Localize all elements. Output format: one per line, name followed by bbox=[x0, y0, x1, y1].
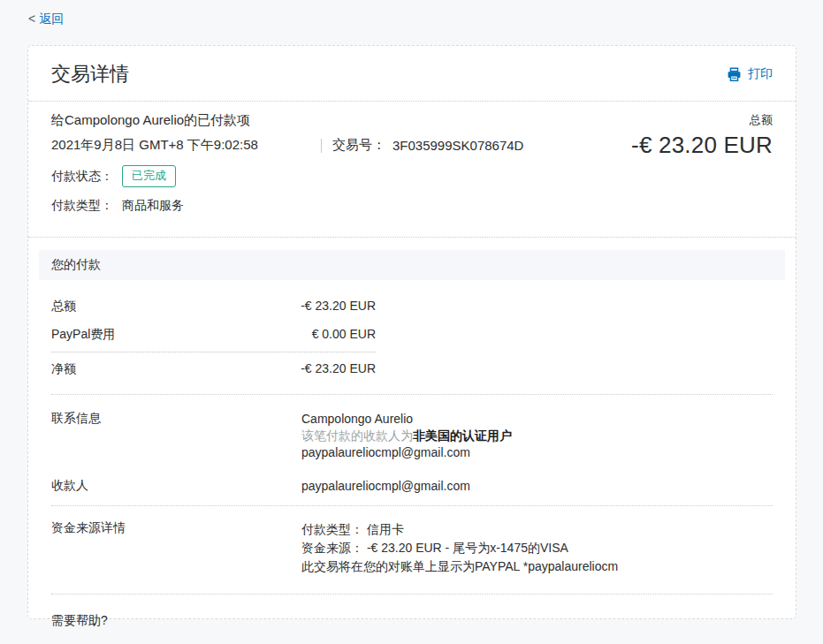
payment-status-label: 付款状态： bbox=[51, 169, 113, 185]
amount-value: -€ 23.20 EUR bbox=[301, 361, 376, 377]
amount-label: PayPal费用 bbox=[51, 327, 115, 343]
amount-row-fee: PayPal费用 € 0.00 EUR bbox=[51, 321, 376, 349]
payment-type-row: 付款类型： 商品和服务 bbox=[51, 198, 773, 214]
transaction-id-value: 3F035999SK078674D bbox=[392, 138, 523, 153]
help-title: 需要帮助? bbox=[51, 613, 773, 629]
amounts-divider bbox=[51, 352, 376, 352]
funding-statement-note: 此交易将在您的对账单上显示为PAYPAL *paypalaureliocm bbox=[301, 557, 618, 576]
contact-info-value: Campolongo Aurelio 该笔付款的收款人为非美国的认证用户 pay… bbox=[301, 411, 512, 461]
amount-row-net: 净额 -€ 23.20 EUR bbox=[51, 355, 376, 383]
back-link[interactable]: <返回 bbox=[28, 11, 64, 26]
amount-row-total: 总额 -€ 23.20 EUR bbox=[51, 292, 376, 321]
amount-label: 净额 bbox=[51, 361, 76, 377]
transaction-id-label: 交易号： bbox=[332, 137, 385, 154]
contact-note-prefix: 该笔付款的收款人为 bbox=[301, 428, 413, 443]
funding-source-row: 资金来源详情 付款类型： 信用卡 资金来源： -€ 23.20 EUR - 尾号… bbox=[28, 506, 796, 576]
payment-type-value: 商品和服务 bbox=[122, 198, 184, 214]
total-block: 总额 -€ 23.20 EUR bbox=[631, 112, 773, 159]
recipient-label: 收款人 bbox=[51, 478, 301, 495]
transaction-summary: 给Campolongo Aurelio的已付款项 2021年9月8日 GMT+8… bbox=[28, 102, 796, 238]
status-badge: 已完成 bbox=[122, 165, 176, 187]
transaction-date: 2021年9月8日 GMT+8 下午9:02:58 bbox=[51, 137, 321, 154]
vertical-divider bbox=[321, 139, 322, 153]
your-payment-header: 您的付款 bbox=[39, 250, 785, 280]
print-button[interactable]: 打印 bbox=[727, 66, 773, 82]
amount-value: -€ 23.20 EUR bbox=[301, 299, 376, 314]
amount-value: € 0.00 EUR bbox=[312, 327, 376, 343]
recipient-email: paypalaureliocmpl@gmail.com bbox=[301, 478, 470, 495]
total-caption: 总额 bbox=[631, 112, 773, 128]
contact-info-row: 联系信息 Campolongo Aurelio 该笔付款的收款人为非美国的认证用… bbox=[28, 395, 796, 461]
contact-name: Campolongo Aurelio bbox=[301, 411, 512, 428]
contact-email: paypalaureliocmpl@gmail.com bbox=[301, 444, 512, 461]
back-chevron-icon: < bbox=[28, 11, 35, 26]
amount-label: 总额 bbox=[51, 299, 76, 314]
payment-status-row: 付款状态： 已完成 bbox=[51, 165, 773, 187]
amounts-table: 总额 -€ 23.20 EUR PayPal费用 € 0.00 EUR 净额 -… bbox=[28, 280, 796, 383]
help-section: 需要帮助? 请前往调解中心以获得有关此交易的帮助，从而解决争议或提出补偿申请。 bbox=[28, 595, 796, 644]
card-header: 交易详情 打印 bbox=[28, 46, 796, 102]
funding-payment-type: 付款类型： 信用卡 bbox=[301, 520, 618, 539]
contact-info-label: 联系信息 bbox=[51, 411, 301, 461]
printer-icon bbox=[727, 67, 742, 82]
funding-source-label: 资金来源详情 bbox=[51, 520, 301, 576]
contact-note-verified: 非美国的认证用户 bbox=[413, 428, 512, 443]
recipient-row: 收款人 paypalaureliocmpl@gmail.com bbox=[28, 461, 796, 495]
total-amount: -€ 23.20 EUR bbox=[631, 132, 773, 159]
payment-type-label: 付款类型： bbox=[51, 198, 113, 214]
funding-source-value: 付款类型： 信用卡 资金来源： -€ 23.20 EUR - 尾号为x-1475… bbox=[301, 520, 618, 576]
page-title: 交易详情 bbox=[51, 61, 129, 87]
funding-source-detail: 资金来源： -€ 23.20 EUR - 尾号为x-1475的VISA bbox=[301, 539, 618, 557]
contact-note: 该笔付款的收款人为非美国的认证用户 bbox=[301, 428, 512, 444]
transaction-details-card: 交易详情 打印 给Campolongo Aurelio的已付款项 2021年9月… bbox=[27, 45, 796, 619]
back-link-label: 返回 bbox=[39, 11, 64, 26]
back-row: <返回 bbox=[0, 0, 823, 27]
print-button-label: 打印 bbox=[748, 66, 773, 82]
